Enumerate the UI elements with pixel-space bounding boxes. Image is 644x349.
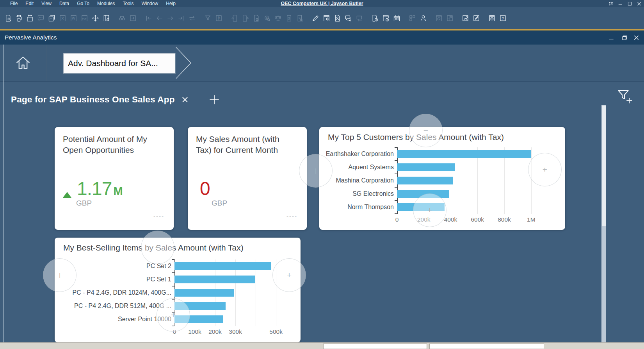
help-question-icon: ? — [499, 14, 507, 22]
toolbar-form-settings-button[interactable] — [322, 13, 331, 23]
toolbar-alerts-window-button[interactable] — [381, 13, 391, 23]
toolbar-find-document-button[interactable] — [3, 13, 13, 23]
widget-resize-handle-top[interactable]: − — [409, 114, 443, 147]
bar-track — [174, 286, 295, 299]
vertical-scrollbar-thumb[interactable] — [602, 106, 606, 226]
menu-go-to[interactable]: Go To — [73, 1, 93, 6]
analytics-window-controls — [607, 30, 641, 45]
chart-card-best-selling-items[interactable]: My Best-Selling Items by Sales Amount (w… — [55, 238, 301, 342]
tick-label: 1M — [527, 216, 535, 223]
minimize-button[interactable] — [617, 0, 624, 7]
analytics-restore-button[interactable] — [619, 33, 628, 42]
web-browser-icon — [488, 14, 496, 22]
toolbar-blocks-modules-button — [407, 13, 417, 23]
toolbar-calendar-button[interactable] — [392, 13, 402, 23]
toolbar-date-range-button[interactable] — [25, 13, 35, 23]
header-separator — [0, 81, 644, 82]
toolbar-help-question-button[interactable]: ? — [498, 13, 508, 23]
toolbar-messages-chat-button[interactable] — [343, 13, 353, 23]
volume-weight-icon — [274, 14, 282, 22]
toolbar-export-word-button: W — [69, 13, 78, 23]
toolbar-copy-duplicate-button[interactable] — [47, 13, 57, 23]
bar[interactable] — [397, 177, 453, 184]
journal-edit-icon — [472, 14, 480, 22]
close-icon — [182, 97, 188, 103]
tick-label: 800k — [498, 216, 511, 223]
bar[interactable] — [397, 150, 531, 158]
menu-file[interactable]: File — [6, 1, 21, 6]
widget-resize-handle-left[interactable]: | — [43, 258, 76, 292]
toolbar-authorizations-button[interactable] — [333, 13, 342, 23]
add-filter-button[interactable] — [616, 88, 632, 106]
menu-modules[interactable]: Modules — [93, 1, 119, 6]
svg-text:$: $ — [256, 18, 258, 21]
kpi-card-sales-current-month[interactable]: My Sales Amount (with Tax) for Current M… — [188, 127, 307, 230]
bar[interactable] — [397, 163, 455, 171]
page-tab-row: Page for SAP Business One Sales App — [11, 95, 219, 105]
bar[interactable] — [174, 289, 234, 297]
tick-label: 600k — [471, 216, 484, 223]
bar[interactable] — [174, 262, 271, 270]
doc-import-icon — [230, 14, 238, 22]
toolbar-sales-chart-button[interactable]: $ — [461, 13, 470, 23]
toolbar-web-browser-button[interactable] — [487, 13, 497, 23]
toolbar-user-person-button[interactable] — [418, 13, 428, 23]
svg-text:W: W — [72, 16, 75, 20]
add-page-button[interactable] — [209, 95, 219, 105]
bar[interactable] — [174, 276, 255, 283]
widget-resize-handle-bottom[interactable]: + — [413, 193, 447, 227]
bar-track — [174, 299, 295, 313]
svg-text:PDF: PDF — [82, 17, 87, 20]
toolbar-edit-pencil-button[interactable] — [311, 13, 320, 23]
toolbar-gross-price-button: $ — [262, 13, 272, 23]
plus-icon: + — [427, 206, 432, 215]
page-tab-label[interactable]: Page for SAP Business One Sales App — [11, 95, 175, 105]
toolbar-volume-weight-button — [273, 13, 283, 23]
toolbar-alerts-document-button[interactable] — [370, 13, 380, 23]
category-label: Norm Thompson — [319, 204, 397, 211]
menu-edit[interactable]: Edit — [21, 1, 37, 6]
home-button[interactable] — [0, 45, 46, 81]
arrange-button[interactable] — [607, 0, 614, 7]
plus-icon: + — [543, 165, 547, 174]
chart-row: PC Set 2 — [55, 260, 301, 273]
message-reply-icon — [355, 14, 363, 22]
vertical-scrollbar[interactable] — [601, 105, 606, 342]
widget-resize-handle-top[interactable]: − — [141, 231, 174, 264]
time-clock-icon — [435, 14, 443, 22]
chart-card-top-customers[interactable]: My Top 5 Customers by Sales Amount (with… — [319, 127, 565, 230]
svg-text:S: S — [299, 16, 301, 20]
tick-label: 200k — [208, 328, 222, 335]
tick-label: 400k — [444, 216, 457, 223]
menu-view[interactable]: View — [37, 1, 55, 6]
toolbar-move-resize-button[interactable] — [91, 13, 100, 23]
menu-data[interactable]: Data — [55, 1, 73, 6]
chart-row: Earthshaker Corporation — [319, 147, 565, 161]
toolbar-print-button[interactable] — [14, 13, 24, 23]
toolbar-lock-screen-button[interactable] — [101, 13, 111, 23]
analytics-minimize-button[interactable] — [607, 33, 616, 42]
menu-tools[interactable]: Tools — [119, 1, 137, 6]
close-button[interactable] — [635, 0, 642, 7]
toolbar-goto-record-button — [128, 13, 138, 23]
widget-resize-handle-right[interactable]: + — [272, 258, 306, 292]
widget-resize-handle-bottom[interactable]: + — [157, 298, 190, 332]
maximize-button[interactable] — [626, 0, 633, 7]
widget-resize-handle-left[interactable]: | — [299, 154, 333, 188]
menu-window[interactable]: Window — [137, 1, 162, 6]
authorizations-icon — [333, 14, 342, 22]
menu-help[interactable]: Help — [162, 1, 180, 6]
widget-resize-handle-right[interactable]: + — [528, 153, 562, 186]
restore-icon — [620, 34, 628, 41]
kpi-unit: GBP — [76, 199, 92, 208]
toolbar-journal-edit-button[interactable] — [471, 13, 481, 23]
pervasive-analytics-titlebar: Pervasive Analytics — [0, 30, 644, 45]
sap-business-one-window: FileEditViewDataGo ToModulesToolsWindowH… — [0, 0, 644, 349]
nav-next-icon — [166, 14, 174, 22]
page-tab-close-button[interactable] — [181, 96, 189, 104]
kpi-card-open-opportunities[interactable]: Potential Amount of My Open Opportunitie… — [55, 127, 174, 230]
kpi-value: 1.17 — [77, 178, 112, 199]
tick-label: 0 — [395, 216, 399, 223]
breadcrumb-dashboard-tab[interactable]: Adv. Dashboard for SA... — [63, 53, 175, 73]
analytics-close-button[interactable] — [632, 33, 641, 42]
